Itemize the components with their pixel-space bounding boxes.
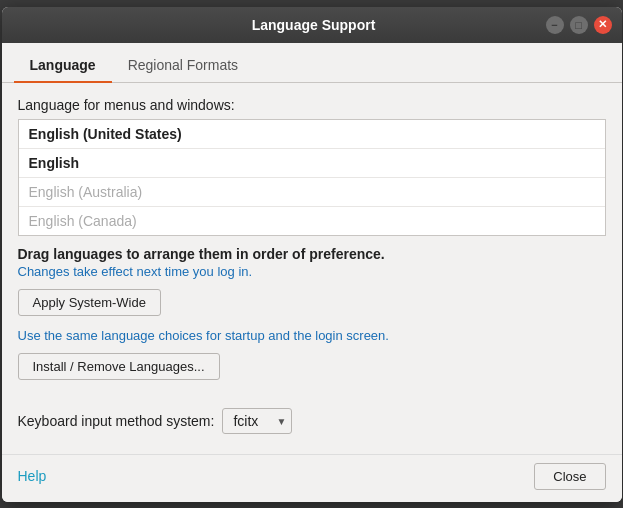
keyboard-row: Keyboard input method system: fcitx IBus… bbox=[18, 408, 606, 434]
tab-bar: Language Regional Formats bbox=[2, 43, 622, 83]
install-remove-languages-button[interactable]: Install / Remove Languages... bbox=[18, 353, 220, 380]
close-button[interactable]: ✕ bbox=[594, 16, 612, 34]
language-support-window: Language Support − □ ✕ Language Regional… bbox=[2, 7, 622, 502]
apply-system-wide-button[interactable]: Apply System-Wide bbox=[18, 289, 161, 316]
list-item[interactable]: English (United States) bbox=[19, 120, 605, 149]
footer: Help Close bbox=[2, 454, 622, 502]
list-item[interactable]: English bbox=[19, 149, 605, 178]
keyboard-select[interactable]: fcitx IBus None bbox=[222, 408, 292, 434]
tab-regional-formats[interactable]: Regional Formats bbox=[112, 49, 255, 83]
keyboard-select-wrapper: fcitx IBus None ▼ bbox=[222, 408, 292, 434]
same-language-note: Use the same language choices for startu… bbox=[18, 328, 606, 343]
language-tab-content: Language for menus and windows: English … bbox=[2, 83, 622, 454]
list-item[interactable]: English (Canada) bbox=[19, 207, 605, 235]
keyboard-label: Keyboard input method system: bbox=[18, 413, 215, 429]
titlebar: Language Support − □ ✕ bbox=[2, 7, 622, 43]
language-list: English (United States) English English … bbox=[18, 119, 606, 236]
list-item[interactable]: English (Australia) bbox=[19, 178, 605, 207]
maximize-button[interactable]: □ bbox=[570, 16, 588, 34]
window-controls: − □ ✕ bbox=[546, 16, 612, 34]
help-link[interactable]: Help bbox=[18, 468, 47, 484]
tab-language[interactable]: Language bbox=[14, 49, 112, 83]
language-list-label: Language for menus and windows: bbox=[18, 97, 606, 113]
drag-note: Drag languages to arrange them in order … bbox=[18, 246, 606, 262]
window-title: Language Support bbox=[82, 17, 546, 33]
change-note: Changes take effect next time you log in… bbox=[18, 264, 606, 279]
main-content: Language Regional Formats Language for m… bbox=[2, 43, 622, 454]
minimize-button[interactable]: − bbox=[546, 16, 564, 34]
close-dialog-button[interactable]: Close bbox=[534, 463, 605, 490]
